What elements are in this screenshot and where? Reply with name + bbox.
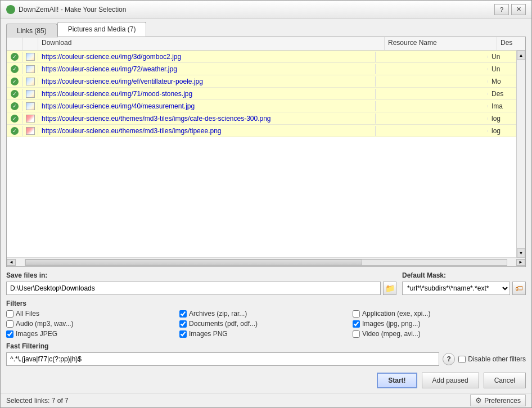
row-resource xyxy=(376,130,488,132)
save-files-section: Save files in: 📁 xyxy=(6,271,396,295)
fast-filter-row: ? Disable other filters xyxy=(6,352,526,366)
scrollbar-thumb xyxy=(25,260,362,265)
file-type-icon xyxy=(26,115,35,123)
preferences-button[interactable]: ⚙ Preferences xyxy=(470,395,526,406)
row-check: ✓ xyxy=(7,64,22,74)
table-scroll-area: ✓ https://couleur-science.eu/img/3d/gomb… xyxy=(7,51,525,257)
check-icon: ✓ xyxy=(11,53,19,61)
mask-select[interactable]: *url*\*subdirs*\*name*.*ext* xyxy=(402,282,510,295)
start-button[interactable]: Start! xyxy=(377,373,417,388)
filter-application-checkbox[interactable] xyxy=(353,310,360,318)
tag-button[interactable]: 🏷 xyxy=(512,282,526,295)
tab-links-label: Links (85) xyxy=(17,27,47,35)
table-row[interactable]: ✓ https://couleur-science.eu/themes/md3-… xyxy=(7,112,516,125)
filter-documents: Documents (pdf, odf...) xyxy=(179,320,353,328)
filter-documents-checkbox[interactable] xyxy=(179,320,187,328)
vertical-scrollbar[interactable]: ▲ ▼ xyxy=(516,51,525,257)
cancel-button[interactable]: Cancel xyxy=(484,373,526,388)
table-row[interactable]: ✓ https://couleur-science.eu/img/72/weat… xyxy=(7,63,516,75)
filter-application: Application (exe, xpi...) xyxy=(353,310,526,318)
filter-archives: Archives (zip, rar...) xyxy=(179,310,353,318)
row-resource xyxy=(376,117,488,120)
tag-icon: 🏷 xyxy=(515,284,523,293)
action-buttons-row: Start! Add paused Cancel xyxy=(6,370,526,388)
table-row[interactable]: ✓ https://couleur-science.eu/img/3d/gomb… xyxy=(7,51,516,63)
save-path-input[interactable] xyxy=(6,282,381,295)
check-icon: ✓ xyxy=(11,90,19,98)
table-row[interactable]: ✓ https://couleur-science.eu/img/40/meas… xyxy=(7,100,516,112)
browse-button[interactable]: 📁 xyxy=(383,282,396,295)
scroll-up-button[interactable]: ▲ xyxy=(517,51,525,60)
close-button[interactable]: ✕ xyxy=(511,4,526,15)
question-icon: ? xyxy=(447,355,451,363)
row-check: ✓ xyxy=(7,114,22,124)
row-desc: Un xyxy=(488,52,516,62)
row-url: https://couleur-science.eu/img/3d/gomboc… xyxy=(38,52,376,62)
tabs-area: Links (85) Pictures and Media (7) xyxy=(1,19,531,37)
file-type-icon xyxy=(26,78,35,85)
table-row[interactable]: ✓ https://couleur-science.eu/img/71/mood… xyxy=(7,88,516,100)
file-type-icon xyxy=(26,90,35,98)
bottom-area: Save files in: 📁 Default Mask: *url*\*su… xyxy=(1,267,531,393)
main-window: DownZemAll! - Make Your Selection ? ✕ Li… xyxy=(0,0,532,408)
row-desc: Mo xyxy=(488,76,516,87)
tab-pictures-label: Pictures and Media (7) xyxy=(68,25,136,33)
filters-grid: All Files Archives (zip, rar...) Applica… xyxy=(6,310,526,338)
check-icon: ✓ xyxy=(11,102,19,110)
filter-images-jpeg-checkbox[interactable] xyxy=(6,330,13,338)
add-paused-button[interactable]: Add paused xyxy=(422,373,479,388)
filter-images-jpeg: Images JPEG xyxy=(6,330,179,338)
row-resource xyxy=(376,105,488,107)
th-desc: Des xyxy=(497,37,525,50)
title-bar: DownZemAll! - Make Your Selection ? ✕ xyxy=(1,1,531,19)
filter-all-files: All Files xyxy=(6,310,179,318)
scroll-left-button[interactable]: ◄ xyxy=(7,259,16,266)
row-icon xyxy=(22,53,38,61)
fast-filter-help-button[interactable]: ? xyxy=(443,353,455,365)
main-content: Download Resource Name Des ✓ https://cou… xyxy=(6,37,526,267)
scroll-track xyxy=(517,60,525,248)
scroll-down-button[interactable]: ▼ xyxy=(517,248,525,257)
row-resource xyxy=(376,56,488,58)
filter-video-checkbox[interactable] xyxy=(353,330,360,338)
row-desc: Des xyxy=(488,89,516,99)
tab-links[interactable]: Links (85) xyxy=(6,24,57,38)
gear-icon: ⚙ xyxy=(475,396,482,405)
row-icon xyxy=(22,102,38,110)
filter-application-label: Application (exe, xpi...) xyxy=(362,310,430,318)
table-header: Download Resource Name Des xyxy=(7,37,525,51)
check-icon: ✓ xyxy=(11,78,19,85)
row-desc: log xyxy=(488,114,516,124)
disable-other-checkbox[interactable] xyxy=(458,356,466,363)
row-url: https://couleur-science.eu/img/ef/ventil… xyxy=(38,76,376,87)
scroll-right-button[interactable]: ► xyxy=(516,259,525,266)
table-row[interactable]: ✓ https://couleur-science.eu/img/ef/vent… xyxy=(7,75,516,88)
filter-images-jpg-png-checkbox[interactable] xyxy=(353,320,360,328)
row-icon xyxy=(22,115,38,123)
table-row[interactable]: ✓ https://couleur-science.eu/themes/md3-… xyxy=(7,125,516,137)
row-resource xyxy=(376,68,488,70)
row-url: https://couleur-science.eu/img/71/mood-s… xyxy=(38,89,376,99)
fast-filter-input[interactable] xyxy=(6,352,439,366)
row-check: ✓ xyxy=(7,101,22,111)
fast-filter-section: Fast Filtering ? Disable other filters xyxy=(6,342,526,366)
row-check: ✓ xyxy=(7,76,22,87)
file-type-icon xyxy=(26,65,35,73)
filter-images-png-checkbox[interactable] xyxy=(179,330,187,338)
row-url: https://couleur-science.eu/img/40/measur… xyxy=(38,101,376,111)
filter-archives-checkbox[interactable] xyxy=(179,310,187,318)
filter-all-files-label: All Files xyxy=(16,310,39,318)
folder-icon: 📁 xyxy=(385,284,395,293)
save-path-row: 📁 xyxy=(6,282,396,295)
row-check: ✓ xyxy=(7,126,22,136)
tab-pictures[interactable]: Pictures and Media (7) xyxy=(57,22,147,37)
filter-all-files-checkbox[interactable] xyxy=(6,310,13,318)
row-resource xyxy=(376,93,488,95)
window-title: DownZemAll! - Make Your Selection xyxy=(19,6,126,13)
filter-audio-checkbox[interactable] xyxy=(6,320,13,328)
horizontal-scrollbar-area: ◄ ► xyxy=(7,257,525,266)
help-button[interactable]: ? xyxy=(494,4,509,15)
horizontal-scrollbar[interactable] xyxy=(25,259,507,266)
filters-section: Filters All Files Archives (zip, rar...)… xyxy=(6,300,526,338)
filter-images-png: Images PNG xyxy=(179,330,353,338)
